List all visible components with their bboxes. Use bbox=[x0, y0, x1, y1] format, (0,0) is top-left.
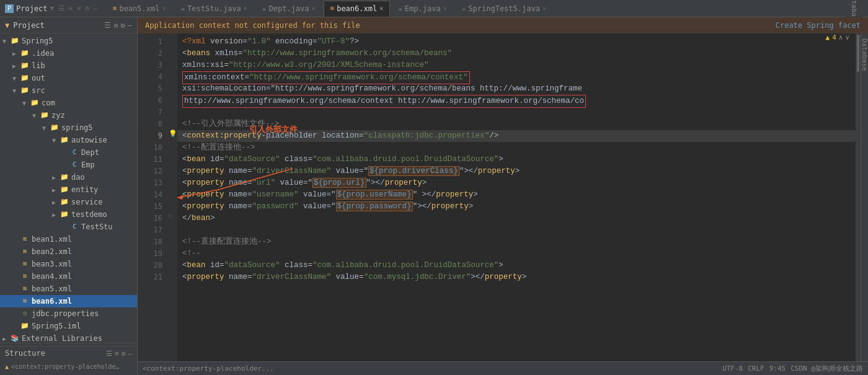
line-number: 11 bbox=[138, 154, 167, 165]
tab-close[interactable]: × bbox=[379, 5, 383, 12]
tab-bean5xml[interactable]: ≋bean5.xml× bbox=[106, 1, 173, 17]
tree-item[interactable]: ▶📁testdemo bbox=[0, 208, 137, 221]
code-line: <!--配置连接他--> bbox=[177, 142, 856, 154]
tree-item[interactable]: ≋bean5.xml bbox=[0, 283, 137, 295]
line-number: 18 bbox=[138, 236, 167, 248]
tree-icon: 📁 bbox=[60, 198, 69, 206]
chevron-down[interactable]: ∨ bbox=[845, 33, 849, 42]
structure-tools[interactable]: ☰ ≡ ⚙ — bbox=[106, 350, 132, 358]
tab-empjava[interactable]: ☕Emp.java× bbox=[391, 1, 453, 17]
tree-item[interactable]: ▶📁dao bbox=[0, 171, 137, 183]
tree-item[interactable]: ▼📁autowise bbox=[0, 134, 137, 146]
tab-close[interactable]: × bbox=[443, 5, 447, 12]
tab-deptjava[interactable]: ☕Dept.java× bbox=[255, 1, 322, 17]
tree-icon: ≋ bbox=[20, 247, 30, 256]
tree-icon: ≋ bbox=[20, 285, 30, 293]
code-line: http://www.springframework.org/schema/co… bbox=[177, 95, 856, 107]
tree-item[interactable]: CDept bbox=[0, 146, 137, 159]
gutter-cell bbox=[167, 198, 177, 210]
notification-action[interactable]: Create Spring facet bbox=[776, 21, 861, 30]
tree-item[interactable]: 📁Spring5.iml bbox=[0, 320, 137, 332]
title-bar: P Project ▼ ☰ ≡ ≡ ⚙ — ≋bean5.xml×☕TestSt… bbox=[0, 0, 868, 17]
database-panel-tab[interactable]: Database bbox=[845, 0, 863, 17]
tree-arrow: ▶ bbox=[52, 174, 60, 181]
sidebar-tool-3[interactable]: ⚙ bbox=[121, 21, 125, 30]
warning-count[interactable]: ▲4∧∨ bbox=[826, 33, 850, 42]
structure-tool-1[interactable]: ☰ bbox=[106, 350, 112, 358]
chevron-up[interactable]: ∧ bbox=[839, 33, 843, 42]
tree-arrow: ▼ bbox=[52, 137, 60, 144]
sidebar-tool-1[interactable]: ☰ bbox=[104, 21, 111, 30]
tree-item[interactable]: ▶📁service bbox=[0, 196, 137, 208]
tree-item[interactable]: ≋bean1.xml bbox=[0, 233, 137, 245]
tree-label: bean3.xml bbox=[32, 260, 72, 268]
structure-tool-4[interactable]: — bbox=[128, 350, 132, 358]
tree-icon: 📁 bbox=[60, 136, 69, 144]
structure-tool-2[interactable]: ≡ bbox=[115, 350, 119, 358]
tree-icon: 📁 bbox=[30, 99, 40, 107]
tree-arrow: ▶ bbox=[12, 50, 20, 57]
tree-label: Emp bbox=[81, 161, 95, 169]
tree-item[interactable]: ▶📁entity bbox=[0, 183, 137, 196]
line-number: 14 bbox=[138, 189, 167, 201]
editor-scrollbar[interactable] bbox=[856, 33, 861, 361]
structure-item[interactable]: ▲ <context:property-placeholder... bbox=[5, 360, 132, 373]
code-line: <!--引入外部属性文件--> bbox=[177, 118, 856, 130]
tree-arrow: ▼ bbox=[12, 75, 20, 82]
tree-item[interactable]: ▼📁zyz bbox=[0, 109, 137, 121]
tree-icon: C bbox=[69, 161, 79, 169]
right-panel-db[interactable]: Database bbox=[861, 33, 868, 361]
scrollbar-thumb[interactable] bbox=[857, 35, 859, 72]
tree-item[interactable]: ▶📁lib bbox=[0, 60, 137, 72]
line-number: 19 bbox=[138, 248, 167, 260]
code-editor[interactable]: <?xml version="1.0" encoding="UTF-8"?><b… bbox=[177, 33, 856, 361]
structure-tool-3[interactable]: ⚙ bbox=[122, 350, 126, 358]
fold-icon[interactable]: □ bbox=[169, 213, 172, 219]
tree-item[interactable]: ≋bean4.xml bbox=[0, 270, 137, 283]
bulb-icon[interactable]: 💡 bbox=[169, 130, 177, 138]
structure-element: <context:property-placeholder... bbox=[11, 363, 123, 370]
tab-bean6xml[interactable]: ≋bean6.xml× bbox=[324, 1, 391, 17]
tab-close[interactable]: × bbox=[542, 5, 546, 12]
tab-close[interactable]: × bbox=[162, 5, 166, 12]
line-number: 5 bbox=[138, 83, 167, 95]
warn-number: 4 bbox=[832, 33, 836, 42]
tree-icon: 📚 bbox=[10, 334, 20, 343]
tab-close[interactable]: × bbox=[312, 5, 316, 12]
tab-teststujava[interactable]: ☕TestStu.java× bbox=[174, 1, 254, 17]
tree-item[interactable]: ▼📁src bbox=[0, 84, 137, 97]
tree-item[interactable]: ▶📚External Libraries bbox=[0, 332, 137, 343]
status-crlf: CRLF bbox=[748, 364, 764, 373]
sidebar-tool-4[interactable]: — bbox=[128, 21, 132, 30]
gutter-cell bbox=[167, 57, 177, 69]
tree-item[interactable]: CTestStu bbox=[0, 221, 137, 233]
line-number: 16 bbox=[138, 213, 167, 224]
project-label[interactable]: Project bbox=[16, 4, 48, 13]
gutter-cell bbox=[167, 81, 177, 92]
tree-item[interactable]: CEmp bbox=[0, 159, 137, 171]
code-line bbox=[177, 224, 856, 236]
tree-item[interactable]: ≋bean3.xml bbox=[0, 258, 137, 270]
line-number: 13 bbox=[138, 177, 167, 189]
tab-close[interactable]: × bbox=[244, 5, 247, 12]
tree-item[interactable]: ▼📁spring5 bbox=[0, 121, 137, 134]
sidebar-tool-2[interactable]: ≡ bbox=[113, 21, 118, 30]
line-number: 2 bbox=[138, 48, 167, 60]
tab-springtest5java[interactable]: ☕SpringTest5.java× bbox=[455, 1, 553, 17]
tree-item[interactable]: ≋bean6.xml bbox=[0, 295, 137, 307]
gutter-cell bbox=[167, 69, 177, 81]
editor-content: 123456789101112131415161718192021 💡□ <?x… bbox=[138, 33, 868, 361]
tree-item[interactable]: ▶📁.idea bbox=[0, 47, 137, 60]
tree-label: out bbox=[32, 74, 45, 82]
code-line: <property name="url" value="${prop.url}"… bbox=[177, 177, 856, 189]
tree-item[interactable]: ⚙jdbc.properties bbox=[0, 307, 137, 320]
tree-label: src bbox=[32, 86, 45, 95]
tree-item[interactable]: ▼📁Spring5 bbox=[0, 35, 137, 47]
sidebar-tools[interactable]: ☰ ≡ ⚙ — bbox=[104, 21, 132, 30]
gutter-cell bbox=[167, 45, 177, 57]
tree-label: Spring5 bbox=[22, 37, 53, 45]
tree-item[interactable]: ≋bean2.xml bbox=[0, 245, 137, 258]
tree-item[interactable]: ▼📁com bbox=[0, 97, 137, 109]
code-line: <bean id="dataSource" class="com.alibaba… bbox=[177, 260, 856, 271]
tree-item[interactable]: ▼📁out bbox=[0, 72, 137, 84]
